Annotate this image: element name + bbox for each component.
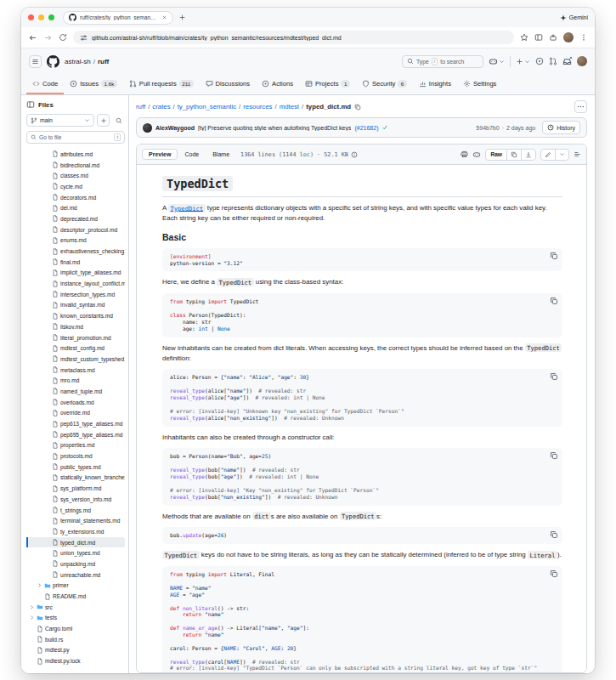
chevron-right-icon[interactable] [43,529,50,535]
chevron-right-icon[interactable] [43,269,50,275]
chevron-right-icon[interactable] [43,540,50,546]
download-raw-button[interactable] [521,150,535,160]
tree-item-descriptor_protocol.md[interactable]: descriptor_protocol.md [26,224,125,235]
tree-item-attributes.md[interactable]: attributes.md [26,149,125,160]
copilot-file-button[interactable] [472,150,481,159]
tree-item-terminal_statements.md[interactable]: terminal_statements.md [26,515,125,526]
chevron-right-icon[interactable] [36,582,42,588]
chevron-right-icon[interactable] [43,367,50,373]
tree-item-statically_known_branches.md[interactable]: statically_known_branches.md [26,473,125,484]
chevron-right-icon[interactable] [43,485,50,491]
nav-item-settings[interactable]: Settings [457,74,502,94]
chevron-right-icon[interactable] [43,195,50,201]
copy-raw-button[interactable] [506,150,521,160]
chevron-right-icon[interactable] [43,302,50,308]
chevron-right-icon[interactable] [43,324,50,330]
copy-code-button[interactable] [550,530,558,539]
more-options-button[interactable] [574,100,587,113]
breadcrumb-link[interactable]: ruff [136,103,145,110]
commit-hash[interactable]: 594b7b0 [476,125,499,131]
tree-item-unpacking.md[interactable]: unpacking.md [26,558,125,570]
tree-item-mdtest.py[interactable]: mdtest.py [26,645,125,656]
your-pull-requests-button[interactable] [549,57,557,65]
search-this-repo-button[interactable] [112,114,125,127]
new-tab-button[interactable] [178,14,186,21]
tree-item-protocols.md[interactable]: protocols.md [26,450,125,462]
chevron-right-icon[interactable] [43,151,50,157]
chevron-right-icon[interactable] [43,442,50,448]
chevron-right-icon[interactable] [28,647,35,653]
copy-code-button[interactable] [550,252,558,260]
tree-item-bidirectional.md[interactable]: bidirectional.md [26,160,125,171]
chevron-right-icon[interactable] [28,626,35,632]
raw-button[interactable]: Raw [486,150,506,160]
chevron-right-icon[interactable] [43,280,50,286]
tree-item-union_types.md[interactable]: union_types.md [26,547,125,558]
tree-item-known_constants.md[interactable]: known_constants.md [26,310,125,321]
commit-pr-link[interactable]: (#21682) [354,125,378,131]
tree-item-final.md[interactable]: final.md [26,257,125,268]
bookmark-star-icon[interactable] [520,33,528,42]
browser-menu-icon[interactable] [579,33,588,42]
nav-item-projects[interactable]: Projects 1 [299,74,356,94]
chevron-right-icon[interactable] [43,356,50,362]
tree-item-Cargo.toml[interactable]: Cargo.toml [26,623,125,634]
nav-item-insights[interactable]: Insights [413,74,457,94]
tree-item-public_types.md[interactable]: public_types.md [26,462,125,473]
tree-item-t_strings.md[interactable]: t_strings.md [26,505,125,516]
tree-item-pep613_type_aliases.md[interactable]: pep613_type_aliases.md [26,418,125,429]
commit-message[interactable]: [ty] Preserve quoting style when autofix… [198,125,351,131]
branch-selector[interactable]: main [26,114,94,127]
commit-author[interactable]: AlexWaygood [155,125,195,131]
tree-item-tests[interactable]: tests [26,613,125,624]
symbols-panel-button[interactable] [574,150,581,158]
history-button[interactable]: History [542,121,580,134]
chevron-right-icon[interactable] [43,377,50,383]
chevron-right-icon[interactable] [43,335,50,341]
chevron-right-icon[interactable] [28,637,35,643]
collapse-file-tree-button[interactable] [26,100,35,109]
zoom-window-button[interactable] [48,14,54,20]
close-window-button[interactable] [28,14,34,20]
chevron-right-icon[interactable] [43,205,50,211]
user-avatar[interactable] [577,56,587,66]
edit-file-button[interactable] [541,150,555,160]
tree-item-primer[interactable]: primer [26,581,125,592]
repo-link[interactable]: ruff [98,58,109,65]
tree-item-README.md[interactable]: README.md [26,591,125,602]
extensions-puzzle-icon[interactable] [549,33,557,42]
tree-item-instance_layout_conflict.md[interactable]: instance_layout_conflict.md [26,278,125,289]
nav-item-code[interactable]: Code [26,74,64,94]
tree-item-src[interactable]: src [26,602,125,613]
chevron-right-icon[interactable] [36,593,42,599]
nav-item-actions[interactable]: Actions [256,74,299,94]
gemini-button[interactable]: Gemini [560,14,588,21]
chevron-right-icon[interactable] [43,432,50,438]
tree-item-exhaustiveness_checking.md[interactable]: exhaustiveness_checking.md [26,246,125,257]
tree-item-classes.md[interactable]: classes.md [26,170,125,181]
info-icon[interactable] [351,151,358,158]
tree-item-deprecated.md[interactable]: deprecated.md [26,213,125,224]
inline-code-link[interactable]: TypedDict [168,204,206,212]
copilot-chevron-icon[interactable] [499,59,505,65]
tree-item-decorators.md[interactable]: decorators.md [26,192,125,203]
tab-preview[interactable]: Preview [142,149,178,160]
tab-code[interactable]: Code [178,149,206,160]
copy-code-button[interactable] [550,570,558,578]
notifications-button[interactable] [562,57,572,66]
tree-item-pep695_type_aliases.md[interactable]: pep695_type_aliases.md [26,429,125,440]
your-issues-button[interactable] [535,57,544,65]
chevron-right-icon[interactable] [43,561,50,567]
tree-item-sys_version_info.md[interactable]: sys_version_info.md [26,494,125,505]
chevron-right-icon[interactable] [43,496,50,502]
chevron-right-icon[interactable] [43,162,50,168]
breadcrumb-link[interactable]: resources [243,103,272,110]
chevron-right-icon[interactable] [43,248,50,254]
tree-item-implicit_type_aliases.md[interactable]: implicit_type_aliases.md [26,268,125,279]
create-new-chevron-icon[interactable] [524,59,530,65]
tree-item-liskov.md[interactable]: liskov.md [26,321,125,332]
create-new-button[interactable] [516,58,523,65]
breadcrumb-link[interactable]: mdtest [280,103,299,110]
copy-path-button[interactable] [354,104,361,110]
tree-item-named_tuple.md[interactable]: named_tuple.md [26,386,125,397]
